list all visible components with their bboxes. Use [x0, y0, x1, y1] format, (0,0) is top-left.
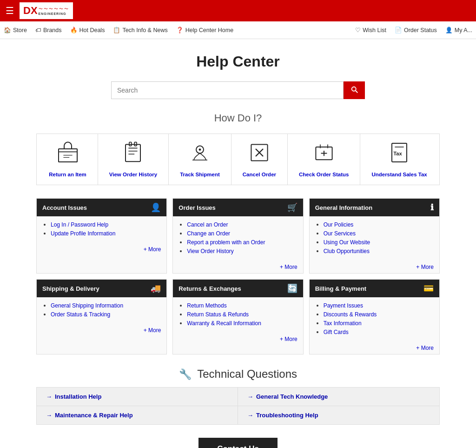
link-installation-help[interactable]: →Installation Help: [46, 393, 101, 400]
tech-links-grid: →Installation Help →General Tech Knowled…: [36, 387, 440, 425]
cards-grid: Account Issues 👤 Log In / Password Help …: [36, 198, 440, 354]
card-general-body: Our Policies Our Services Using Our Webs…: [310, 216, 439, 261]
page-title: Help Center: [36, 53, 440, 70]
card-returns: Returns & Exchanges 🔄 Return Methods Ret…: [172, 279, 303, 354]
card-order-header: Order Issues 🛒: [173, 199, 303, 216]
tech-info-icon: 📋: [113, 27, 120, 33]
quick-action-check-status[interactable]: Check Order Status: [288, 134, 360, 185]
sales-tax-label: Understand Sales Tax: [371, 172, 427, 177]
nav-wish-list[interactable]: ♡Wish List: [355, 27, 386, 33]
link-general-shipping[interactable]: General Shipping Information: [51, 302, 123, 309]
link-troubleshooting-help[interactable]: →Troubleshooting Help: [247, 412, 318, 419]
link-using-website[interactable]: Using Our Website: [324, 239, 370, 246]
order-status-icon: 📄: [395, 27, 402, 33]
logo-dx: DX: [23, 5, 38, 17]
main-content: Help Center How Do I? Return an Ite: [29, 39, 447, 448]
link-order-status-tracking[interactable]: Order Status & Tracking: [51, 311, 110, 318]
logo-engineering: ENGINEERING: [39, 12, 69, 15]
svg-rect-1: [126, 144, 140, 161]
tech-link-maintenance: →Maintenance & Repair Help: [37, 406, 238, 424]
card-general-more[interactable]: + More: [310, 261, 439, 273]
link-gift-cards[interactable]: Gift Cards: [324, 329, 349, 335]
card-account-header: Account Issues 👤: [37, 199, 166, 216]
quick-action-track[interactable]: Track Shipment: [169, 134, 231, 185]
link-maintenance-repair[interactable]: →Maintenance & Repair Help: [46, 412, 133, 419]
link-payment-issues[interactable]: Payment Issues: [324, 302, 363, 309]
link-cancel-order[interactable]: Cancel an Order: [187, 221, 228, 228]
svg-point-5: [199, 148, 201, 151]
search-button[interactable]: [344, 81, 365, 99]
link-return-methods[interactable]: Return Methods: [187, 302, 226, 309]
card-account-more[interactable]: + More: [37, 243, 166, 255]
card-billing-more[interactable]: + More: [310, 342, 439, 354]
nav-store[interactable]: 🏠Store: [4, 27, 27, 33]
return-item-label: Return an Item: [49, 172, 86, 177]
logo[interactable]: DX 〜〜〜〜〜〜 ENGINEERING: [20, 2, 73, 19]
link-warranty-recall[interactable]: Warranty & Recall Information: [187, 320, 261, 327]
wrench-icon: 🔧: [179, 368, 192, 380]
store-icon: 🏠: [4, 27, 11, 33]
link-login-password[interactable]: Log In / Password Help: [51, 221, 108, 228]
card-shipping-more[interactable]: + More: [37, 324, 166, 336]
quick-action-tax[interactable]: Tax Understand Sales Tax: [360, 134, 438, 185]
nav-brands[interactable]: 🏷Brands: [35, 27, 62, 33]
logo-wave: 〜〜〜〜〜〜: [39, 6, 69, 12]
link-tax-information[interactable]: Tax Information: [324, 320, 362, 327]
nav-help-center[interactable]: ❓Help Center Home: [176, 27, 234, 33]
card-order-body: Cancel an Order Change an Order Report a…: [173, 216, 303, 261]
link-change-order[interactable]: Change an Order: [187, 230, 230, 237]
tech-section: 🔧 Technical Questions →Installation Help…: [36, 368, 440, 425]
card-order-issues: Order Issues 🛒 Cancel an Order Change an…: [172, 198, 303, 274]
tech-link-general-tech: →General Tech Knowledge: [238, 388, 439, 406]
nav-order-status[interactable]: 📄Order Status: [395, 27, 437, 33]
search-wrap: [36, 81, 440, 99]
search-input[interactable]: [111, 81, 344, 99]
quick-action-cancel[interactable]: Cancel Order: [231, 134, 288, 185]
card-general-info: General Information ℹ Our Policies Our S…: [309, 198, 440, 274]
returns-icon: 🔄: [287, 283, 298, 294]
card-shipping: Shipping & Delivery 🚚 General Shipping I…: [36, 279, 167, 354]
shipping-icon: 🚚: [151, 283, 161, 294]
link-our-policies[interactable]: Our Policies: [324, 221, 354, 228]
order-history-icon: [122, 141, 144, 168]
link-view-order-history[interactable]: View Order History: [187, 248, 233, 254]
link-general-tech-knowledge[interactable]: →General Tech Knowledge: [247, 393, 328, 400]
arrow-icon-3: →: [46, 412, 52, 419]
link-return-status-refunds[interactable]: Return Status & Refunds: [187, 311, 249, 318]
arrow-icon-1: →: [46, 393, 52, 400]
check-order-status-icon: [313, 141, 335, 168]
card-account-issues: Account Issues 👤 Log In / Password Help …: [36, 198, 167, 274]
contact-us-button[interactable]: Contact Us: [198, 438, 278, 448]
check-order-status-label: Check Order Status: [299, 172, 349, 177]
nav-right: ♡Wish List 📄Order Status 👤My A...: [355, 27, 472, 33]
link-update-profile[interactable]: Update Profile Information: [51, 230, 115, 237]
link-our-services[interactable]: Our Services: [324, 230, 356, 237]
help-center-icon: ❓: [176, 27, 184, 33]
brands-icon: 🏷: [35, 27, 41, 33]
nav-tech-info[interactable]: 📋Tech Info & News: [113, 27, 167, 33]
card-shipping-body: General Shipping Information Order Statu…: [37, 297, 166, 324]
search-icon: [350, 85, 358, 94]
hamburger-menu-icon[interactable]: ☰: [6, 5, 14, 16]
card-general-header: General Information ℹ: [310, 199, 439, 216]
link-discounts-rewards[interactable]: Discounts & Rewards: [324, 311, 377, 318]
tech-link-troubleshooting: →Troubleshooting Help: [238, 406, 439, 424]
nav-left: 🏠Store 🏷Brands 🔥Hot Deals 📋Tech Info & N…: [4, 27, 355, 33]
nav-my-account[interactable]: 👤My A...: [445, 27, 472, 33]
return-item-icon: [57, 141, 79, 168]
billing-icon: 💳: [423, 283, 434, 294]
card-order-more[interactable]: + More: [173, 261, 303, 273]
card-billing: Billing & Payment 💳 Payment Issues Disco…: [309, 279, 440, 354]
top-header: ☰ DX 〜〜〜〜〜〜 ENGINEERING: [0, 0, 476, 21]
card-returns-more[interactable]: + More: [173, 333, 303, 345]
wish-list-icon: ♡: [355, 27, 361, 33]
link-club-opportunities[interactable]: Club Opportunities: [324, 248, 370, 254]
nav-hot-deals[interactable]: 🔥Hot Deals: [70, 27, 105, 33]
quick-action-return[interactable]: Return an Item: [38, 134, 98, 185]
card-returns-body: Return Methods Return Status & Refunds W…: [173, 297, 303, 333]
quick-action-order-history[interactable]: View Order History: [98, 134, 169, 185]
link-report-problem[interactable]: Report a problem with an Order: [187, 239, 265, 246]
quick-actions: Return an Item View Order History: [36, 134, 440, 185]
nav-bar: 🏠Store 🏷Brands 🔥Hot Deals 📋Tech Info & N…: [0, 21, 476, 39]
card-returns-header: Returns & Exchanges 🔄: [173, 280, 303, 297]
